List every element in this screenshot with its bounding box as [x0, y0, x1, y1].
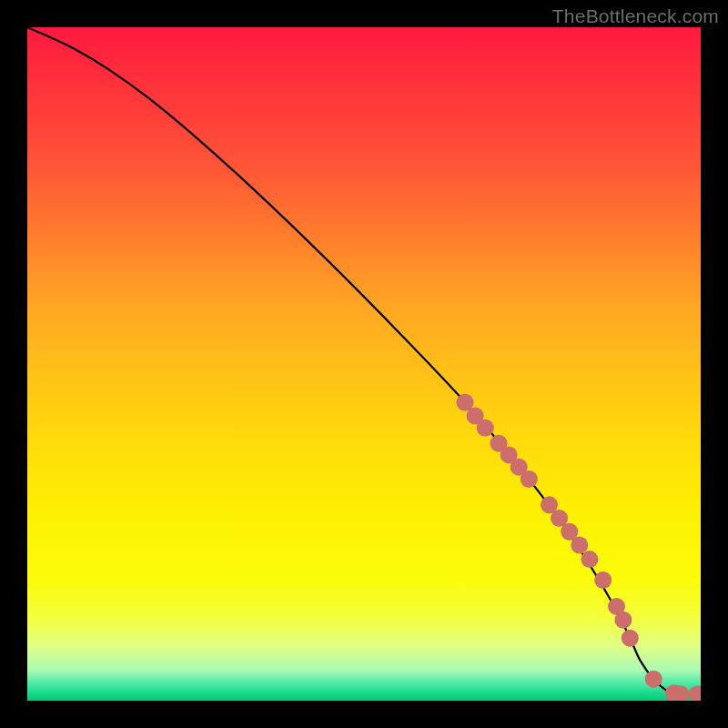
chart-stage: TheBottleneck.com	[0, 0, 728, 728]
data-marker	[689, 685, 701, 701]
data-marker	[581, 551, 598, 568]
plot-area	[27, 27, 701, 701]
marker-group	[457, 394, 702, 701]
data-marker	[521, 470, 538, 488]
bottleneck-curve	[27, 27, 697, 694]
data-marker	[594, 571, 612, 589]
data-marker	[645, 671, 662, 688]
data-marker	[614, 612, 632, 629]
watermark-label: TheBottleneck.com	[552, 5, 719, 27]
data-marker	[622, 630, 639, 647]
data-marker	[477, 420, 494, 437]
curve-layer	[27, 27, 701, 701]
data-marker	[571, 537, 588, 554]
